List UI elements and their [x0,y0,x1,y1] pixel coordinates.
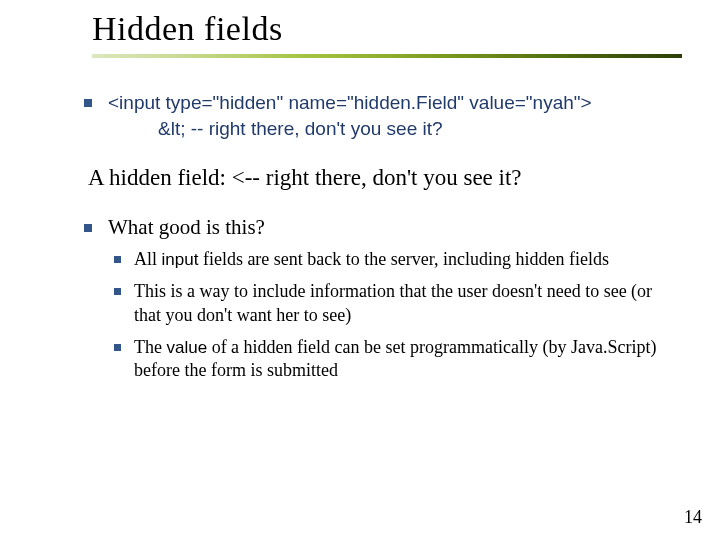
sub-1-pre: All [134,249,162,269]
title-underline [92,54,682,58]
slide-title: Hidden fields [92,10,682,48]
sub-3-post: of a hidden field can be set programmati… [134,337,656,381]
sub-bullet-2: This is a way to include information tha… [108,280,678,328]
rendered-output: A hidden field: <-- right there, don't y… [88,165,678,191]
bullet-what-good-text: What good is this? [108,215,265,239]
slide: Hidden fields <input type="hidden" name=… [0,0,720,540]
bullet-what-good: What good is this? All input fields are … [78,215,678,383]
sub-bullet-1: All input fields are sent back to the se… [108,248,678,272]
top-list: <input type="hidden" name="hidden.Field"… [78,90,678,383]
sub-2-pre: This is a way to include information tha… [134,281,652,325]
slide-body: <input type="hidden" name="hidden.Field"… [78,90,678,401]
sub-1-code: input [162,250,199,269]
title-block: Hidden fields [92,10,682,58]
sub-1-post: fields are sent back to the server, incl… [198,249,609,269]
sub-bullet-3: The value of a hidden field can be set p… [108,336,678,384]
sub-3-pre: The [134,337,166,357]
sub-list: All input fields are sent back to the se… [108,248,678,383]
sub-3-code: value [166,338,207,357]
code-line-1: <input type="hidden" name="hidden.Field"… [108,90,678,116]
bullet-code-example: <input type="hidden" name="hidden.Field"… [78,90,678,141]
page-number: 14 [684,507,702,528]
code-line-2: &lt; -- right there, don't you see it? [158,116,678,142]
